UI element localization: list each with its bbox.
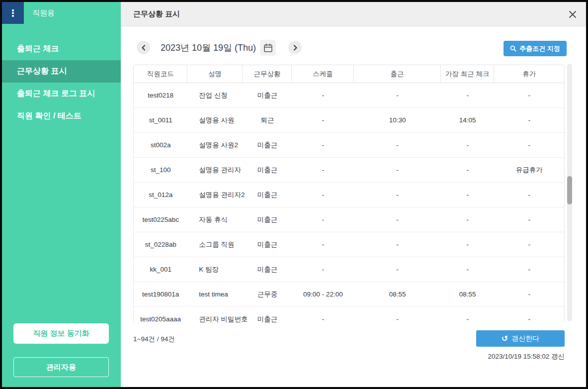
- table-cell: test190801a: [133, 282, 187, 307]
- app-menu-button[interactable]: ⋮: [2, 2, 24, 24]
- table-cell: 08:55: [441, 282, 495, 307]
- table-cell: -: [354, 257, 440, 282]
- table-cell: 관리자 비밀번호: [187, 307, 243, 322]
- table-cell: -: [494, 232, 565, 257]
- table-cell: -: [494, 83, 565, 108]
- table-cell: test0225abc: [133, 207, 187, 232]
- table-cell: test0218: [133, 83, 187, 108]
- table-row: test0218잔업 신청미출근----: [133, 83, 565, 108]
- page-title: 근무상황 표시: [133, 9, 180, 19]
- table-cell: -: [354, 232, 440, 257]
- table-cell: 14:05: [441, 108, 495, 133]
- column-header: 휴가: [494, 65, 565, 83]
- table-cell: 미출근: [243, 183, 292, 207]
- admin-mode-button[interactable]: 관리자용: [13, 357, 109, 377]
- table-cell: -: [494, 108, 565, 133]
- table-cell: -: [494, 307, 565, 322]
- table-cell: -: [494, 207, 565, 232]
- table-cell: st_100: [133, 158, 187, 183]
- attendance-table-viewport[interactable]: 직원코드성명근무상황스케줄출근가장 최근 체크휴가 test0218잔업 신청미…: [133, 65, 565, 322]
- table-cell: -: [441, 133, 495, 158]
- table-cell: -: [441, 257, 495, 282]
- table-cell: -: [441, 307, 495, 322]
- column-header: 출근: [354, 65, 440, 83]
- table-cell: 유급휴가: [494, 158, 565, 183]
- current-date-label: 2023년 10월 19일 (Thu): [161, 42, 256, 54]
- sidebar: ⋮ 직원용 출퇴근 체크근무상황 표시출퇴근 체크 로그 표시직원 확인 / 테…: [2, 2, 121, 387]
- table-row: st_0011설명용 사원퇴근-10:3014:05-: [133, 108, 565, 133]
- last-updated-label: 2023/10/19 15:58:02 갱신: [133, 352, 565, 361]
- attendance-table-body: test0218잔업 신청미출근----st_0011설명용 사원퇴근-10:3…: [133, 83, 565, 322]
- sidebar-item-0[interactable]: 출퇴근 체크: [2, 38, 121, 60]
- sidebar-item-1[interactable]: 근무상황 표시: [2, 60, 121, 83]
- previous-day-button[interactable]: [137, 41, 150, 54]
- table-cell: -: [292, 232, 354, 257]
- table-cell: 자동 휴식: [187, 207, 243, 232]
- table-cell: 미출근: [243, 307, 292, 322]
- table-row: st002a설명용 사원2미출근----: [133, 133, 565, 158]
- table-cell: -: [292, 307, 354, 322]
- table-cell: -: [354, 133, 440, 158]
- table-cell: -: [292, 207, 354, 232]
- table-cell: -: [441, 232, 495, 257]
- table-cell: st002a: [133, 133, 187, 158]
- next-day-button[interactable]: [288, 41, 302, 54]
- calendar-picker-button[interactable]: [260, 40, 276, 56]
- table-row: kk_001K 팀장미출근----: [133, 257, 565, 282]
- table-cell: 설명용 사원2: [187, 133, 243, 158]
- table-cell: 미출근: [243, 133, 292, 158]
- table-row: st_012a설명용 관리자2미출근----: [133, 183, 565, 207]
- attendance-table: 직원코드성명근무상황스케줄출근가장 최근 체크휴가 test0218잔업 신청미…: [133, 65, 565, 322]
- table-row: test0225abc자동 휴식미출근----: [133, 207, 565, 232]
- table-cell: -: [354, 307, 440, 322]
- column-header: 성명: [187, 65, 243, 83]
- app-window: ⋮ 직원용 출퇴근 체크근무상황 표시출퇴근 체크 로그 표시직원 확인 / 테…: [2, 2, 586, 387]
- refresh-icon: ↺: [502, 335, 508, 343]
- table-row: test0205aaaa관리자 비밀번호미출근----: [133, 307, 565, 322]
- refresh-button[interactable]: ↺ 갱신한다: [476, 330, 565, 347]
- sync-employee-info-button[interactable]: 직원 정보 동기화: [13, 323, 109, 344]
- sidebar-nav: 출퇴근 체크근무상황 표시출퇴근 체크 로그 표시직원 확인 / 테스트: [2, 38, 121, 127]
- table-cell: -: [494, 257, 565, 282]
- table-cell: test0205aaaa: [133, 307, 187, 322]
- table-cell: -: [441, 83, 495, 108]
- table-row: test190801atest timea근무중09:00 - 22:0008:…: [133, 282, 565, 307]
- chevron-left-icon: [141, 45, 147, 51]
- column-header: 가장 최근 체크: [441, 65, 495, 83]
- table-cell: -: [354, 207, 440, 232]
- table-cell: -: [292, 158, 354, 183]
- table-cell: -: [354, 83, 440, 108]
- table-row: st_100설명용 관리자미출근---유급휴가: [133, 158, 565, 183]
- table-cell: -: [354, 183, 440, 207]
- chevron-right-icon: [292, 45, 298, 51]
- table-cell: st_0228ab: [133, 232, 187, 257]
- table-cell: 미출근: [243, 83, 292, 108]
- table-header-row: 직원코드성명근무상황스케줄출근가장 최근 체크휴가: [133, 65, 565, 83]
- table-cell: -: [494, 183, 565, 207]
- column-header: 직원코드: [133, 65, 187, 83]
- extract-condition-button[interactable]: 추출조건 지정: [504, 41, 567, 56]
- table-cell: 소그룹 직원: [187, 232, 243, 257]
- table-cell: 근무중: [243, 282, 292, 307]
- table-cell: -: [292, 257, 354, 282]
- titlebar: 근무상황 표시: [121, 2, 586, 26]
- table-cell: -: [441, 207, 495, 232]
- table-cell: -: [292, 108, 354, 133]
- table-cell: kk_001: [133, 257, 187, 282]
- table-cell: 설명용 관리자2: [187, 183, 243, 207]
- table-cell: 미출근: [243, 232, 292, 257]
- record-count-label: 1~94건 / 94건: [133, 335, 175, 344]
- column-header: 근무상황: [243, 65, 292, 83]
- table-cell: st_0011: [133, 108, 187, 133]
- sidebar-title: 직원용: [32, 2, 55, 24]
- close-button[interactable]: [566, 8, 579, 21]
- table-scrollbar-thumb[interactable]: [567, 176, 572, 204]
- extract-condition-label: 추출조건 지정: [519, 44, 560, 53]
- table-cell: K 팀장: [187, 257, 243, 282]
- table-cell: 미출근: [243, 158, 292, 183]
- sidebar-item-3[interactable]: 직원 확인 / 테스트: [2, 105, 121, 127]
- sidebar-item-2[interactable]: 출퇴근 체크 로그 표시: [2, 83, 121, 105]
- table-cell: 잔업 신청: [187, 83, 243, 108]
- table-cell: -: [494, 133, 565, 158]
- table-scrollbar-track[interactable]: [567, 64, 572, 321]
